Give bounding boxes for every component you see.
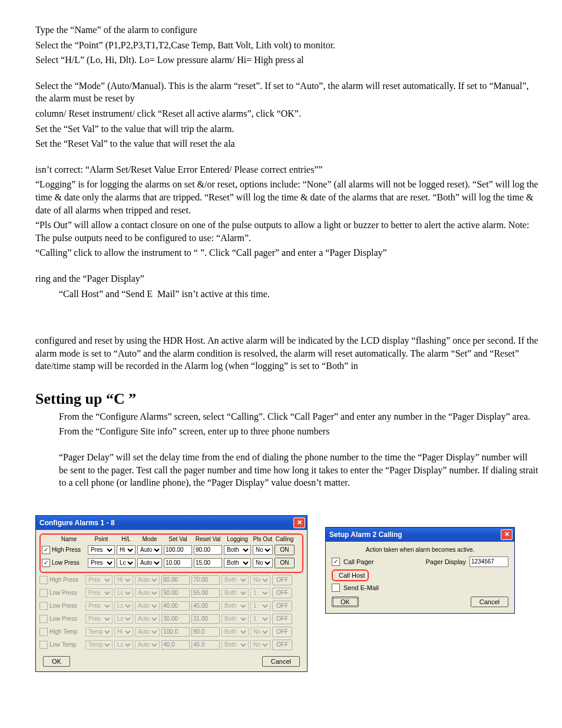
column-header: Mode — [137, 536, 162, 542]
mode-select: Auto — [135, 575, 160, 585]
plsout-select: None — [250, 640, 270, 650]
point-select[interactable]: Pres 1 — [88, 558, 115, 568]
hl-select: Lo — [114, 588, 133, 598]
calling-button: OFF — [272, 627, 292, 637]
alarm-name: Low Press — [49, 615, 84, 622]
reset-val-input[interactable] — [194, 545, 222, 555]
row-enable-checkbox[interactable] — [39, 641, 48, 649]
paragraph: configured and reset by using the HDR Ho… — [35, 334, 538, 373]
hl-select: Lo — [114, 601, 133, 611]
hl-select[interactable]: Hi — [117, 545, 135, 555]
cancel-button[interactable]: Cancel — [262, 656, 300, 667]
row-enable-checkbox[interactable]: ✓ — [42, 546, 50, 554]
plsout-select: None — [250, 575, 270, 585]
pager-display-label: Pager Display — [426, 558, 466, 565]
alarm-name: High Press — [52, 546, 86, 553]
paragraph: ring and the “Pager Display” — [35, 272, 538, 285]
plsout-select[interactable]: None — [253, 545, 273, 555]
set-val-input[interactable] — [164, 558, 192, 568]
paragraph: “Pager Delay” will set the delay time fr… — [35, 451, 538, 489]
point-select: Pres 1 — [85, 588, 113, 598]
mode-select[interactable]: Auto — [137, 558, 162, 568]
alarm-row: Low TempTemp 1LoAutoBothNoneOFF — [39, 640, 303, 650]
alarm-row: Low PressPres 1LoAutoBoth1OFF — [39, 601, 303, 611]
plsout-select: 1 — [250, 601, 270, 611]
close-icon[interactable]: ✕ — [293, 518, 305, 528]
set-val-input — [161, 588, 190, 598]
row-enable-checkbox[interactable] — [39, 628, 48, 636]
point-select: Pres 1 — [85, 614, 113, 624]
mode-select: Auto — [135, 627, 160, 637]
calling-button: OFF — [272, 601, 292, 611]
paragraph: Set the “Set Val” to the value that will… — [35, 123, 538, 136]
paragraph: isn’t correct: “Alarm Set/Reset Value Er… — [35, 163, 538, 176]
row-enable-checkbox[interactable]: ✓ — [42, 559, 50, 567]
hl-select[interactable]: Lo — [117, 558, 135, 568]
logging-select[interactable]: Both — [224, 558, 251, 568]
set-val-input[interactable] — [164, 545, 192, 555]
call-pager-checkbox[interactable]: ✓ — [332, 558, 340, 566]
reset-val-input — [191, 640, 220, 650]
ok-button[interactable]: OK — [332, 597, 359, 607]
row-enable-checkbox[interactable] — [39, 602, 48, 610]
send-email-label: Send E-Mail — [343, 584, 379, 591]
point-select: Pres 1 — [85, 575, 113, 585]
row-enable-checkbox[interactable] — [39, 576, 48, 584]
column-header: Pls Out — [253, 536, 273, 542]
cancel-button[interactable]: Cancel — [471, 597, 508, 607]
calling-button: OFF — [272, 588, 292, 598]
close-icon[interactable]: ✕ — [501, 529, 513, 540]
set-val-input — [161, 614, 190, 624]
reset-val-input — [191, 627, 220, 637]
dialog-title: Setup Alarm 2 Calling — [329, 531, 402, 539]
hl-select: Lo — [114, 640, 133, 650]
highlight-call-host: Call Host — [332, 569, 369, 581]
paragraph: From the “Configure Site info” screen, e… — [35, 425, 538, 438]
reset-val-input — [191, 601, 220, 611]
titlebar: Setup Alarm 2 Calling ✕ — [326, 528, 514, 542]
alarm-name: Low Press — [52, 559, 86, 566]
point-select: Temp 1 — [85, 640, 113, 650]
alarm-row: Low PressPres 1LoAutoBoth1OFF — [39, 588, 303, 598]
titlebar: Configure Alarms 1 - 8 ✕ — [36, 516, 307, 530]
alarm-row: Low PressPres 1LoAutoBoth1OFF — [39, 614, 303, 624]
mode-select: Auto — [135, 588, 160, 598]
alarm-row: High TempTemp 1HiAutoBothNoneOFF — [39, 627, 303, 637]
paragraph: Select “H/L” (Lo, Hi, Dlt). Lo= Low pres… — [35, 54, 538, 67]
ok-button[interactable]: OK — [43, 656, 70, 667]
reset-val-input — [191, 614, 220, 624]
alarm-row: High PressPres 1HiAutoBothNoneOFF — [39, 575, 303, 585]
point-select[interactable]: Pres 1 — [88, 545, 115, 555]
mode-select[interactable]: Auto — [137, 545, 162, 555]
dialog-caption: Action taken when alarm becomes active. — [332, 546, 508, 553]
row-enable-checkbox[interactable] — [39, 589, 48, 597]
calling-button: OFF — [272, 575, 292, 585]
reset-val-input[interactable] — [194, 558, 222, 568]
paragraph: Select the “Point” (P1,P2,P3,T1,T2,Case … — [35, 39, 538, 52]
set-val-input — [161, 627, 190, 637]
logging-select: Both — [222, 640, 249, 650]
pager-display-input[interactable] — [470, 556, 508, 567]
alarm-name: High Temp — [49, 628, 84, 635]
plsout-select: None — [250, 627, 270, 637]
paragraph: Set the “Reset Val” to the value that wi… — [35, 137, 538, 150]
set-val-input — [161, 640, 190, 650]
calling-button[interactable]: ON — [275, 545, 295, 555]
plsout-select: 1 — [250, 614, 270, 624]
plsout-select[interactable]: None — [253, 558, 273, 568]
column-header: Set Val — [164, 536, 192, 542]
setup-alarm-calling-dialog: Setup Alarm 2 Calling ✕ Action taken whe… — [325, 527, 515, 614]
send-email-checkbox[interactable] — [332, 584, 340, 592]
paragraph: Type the “Name” of the alarm to configur… — [35, 24, 538, 37]
paragraph: From the “Configure Alarms” screen, sele… — [35, 410, 538, 423]
column-header: Logging — [224, 536, 251, 542]
mode-select: Auto — [135, 640, 160, 650]
calling-button[interactable]: ON — [275, 558, 295, 568]
logging-select[interactable]: Both — [224, 545, 251, 555]
column-header: H/L — [117, 536, 135, 542]
highlight-active-rows: NamePointH/LModeSet ValReset ValLoggingP… — [39, 533, 303, 573]
logging-select: Both — [222, 588, 249, 598]
column-header: Name — [52, 536, 86, 542]
alarm-name: Low Press — [49, 589, 84, 596]
row-enable-checkbox[interactable] — [39, 615, 48, 623]
